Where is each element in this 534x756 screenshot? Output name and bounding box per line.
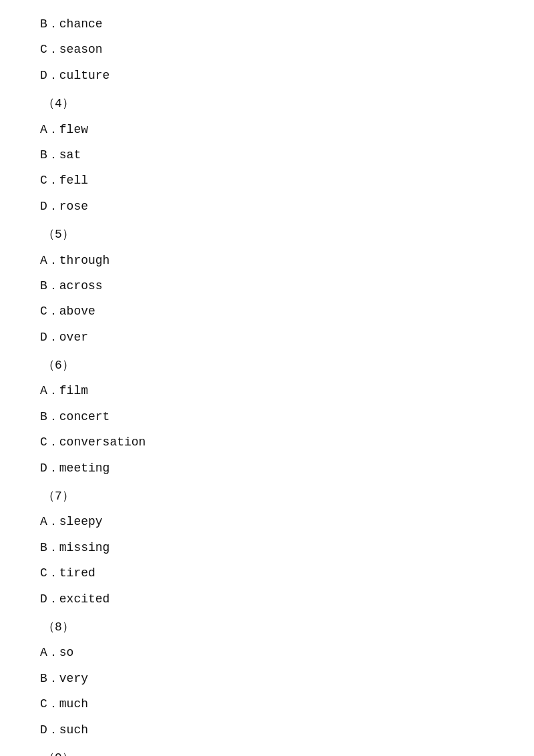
answer-option: B．concert <box>40 406 494 427</box>
answer-option: D．excited <box>40 588 494 610</box>
answer-option: D．culture <box>40 65 494 86</box>
answer-option: B．very <box>40 668 494 689</box>
answer-option: B．chance <box>40 13 494 35</box>
answer-option: A．through <box>40 250 494 271</box>
answer-option: C．season <box>40 39 494 60</box>
answer-option: D．rose <box>40 196 494 217</box>
answer-option: A．flew <box>40 119 494 140</box>
answer-option: B．missing <box>40 537 494 558</box>
answer-option: D．over <box>40 327 494 348</box>
answer-option: C．much <box>40 693 494 715</box>
answer-option: B．across <box>40 275 494 297</box>
answer-option: A．film <box>40 380 494 401</box>
question-number: （4） <box>40 93 494 114</box>
answer-option: B．sat <box>40 144 494 166</box>
question-number: （7） <box>40 486 494 507</box>
question-number: （5） <box>40 224 494 245</box>
answer-option: D．meeting <box>40 457 494 479</box>
question-number: （8） <box>40 616 494 638</box>
answer-option: D．such <box>40 719 494 741</box>
answer-option: C．tired <box>40 562 494 584</box>
question-number: （9） <box>40 747 494 756</box>
answer-option: A．sleepy <box>40 511 494 532</box>
answer-option: C．conversation <box>40 431 494 453</box>
question-number: （6） <box>40 355 494 376</box>
answer-option: C．above <box>40 301 494 322</box>
answer-option: A．so <box>40 642 494 663</box>
answer-option: C．fell <box>40 170 494 191</box>
main-content: B．chanceC．seasonD．culture（4）A．flewB．satC… <box>0 0 534 756</box>
